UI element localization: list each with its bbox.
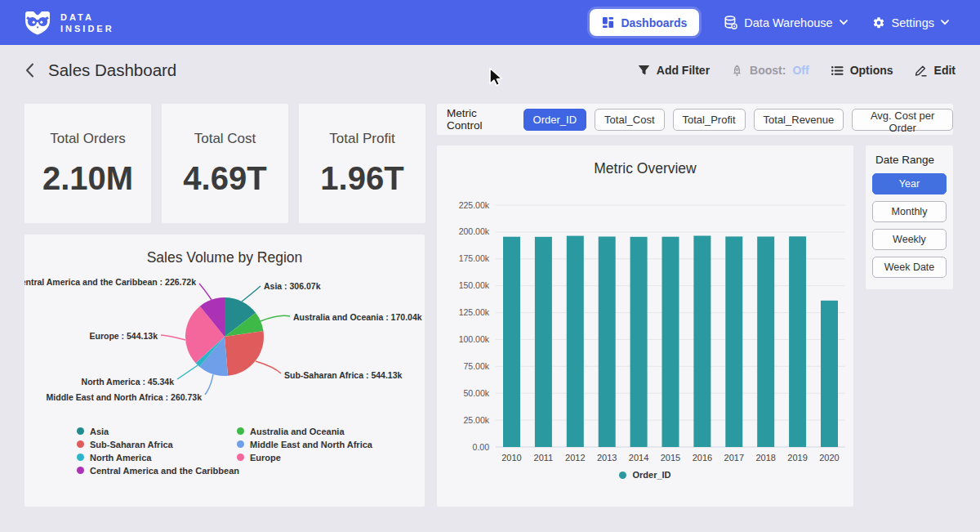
- bar-legend: Order_ID: [437, 470, 853, 480]
- pie-slice-label: Asia : 306.07k: [264, 281, 321, 291]
- pie-slice-sub-saharan-africa[interactable]: [225, 331, 264, 376]
- bar-2011[interactable]: [535, 237, 552, 447]
- brand-logo[interactable]: DATA INSIDER: [23, 9, 114, 37]
- kpi-label: Total Orders: [50, 131, 126, 147]
- filter-icon: [638, 65, 650, 76]
- legend-dot: [77, 427, 84, 435]
- pie-chart-card: Sales Volume by Region Asia : 306.07kAus…: [24, 235, 425, 507]
- x-axis-tick: 2012: [565, 453, 585, 463]
- legend-item-north-america[interactable]: North America: [77, 452, 237, 463]
- owl-logo-icon: [23, 9, 52, 37]
- bar-2015[interactable]: [662, 237, 679, 447]
- legend-dot: [237, 454, 244, 461]
- gear-icon: [872, 16, 885, 29]
- x-axis-tick: 2020: [819, 453, 839, 463]
- legend-item-australia-and-oceania[interactable]: Australia and Oceania: [237, 426, 425, 436]
- kpi-value: 1.96T: [320, 160, 403, 197]
- options-button[interactable]: Options: [831, 64, 893, 77]
- legend-item-central-america-and-the-caribbean[interactable]: Central America and the Caribbean: [77, 465, 237, 476]
- bar-2014[interactable]: [630, 237, 648, 447]
- legend-label: Middle East and North Africa: [250, 440, 372, 449]
- boost-toggle[interactable]: Boost: Off: [731, 64, 809, 77]
- bar-2018[interactable]: [757, 237, 774, 448]
- pie-label-line: [199, 284, 212, 300]
- bar-2012[interactable]: [567, 236, 584, 447]
- date-range-panel: Date Range YearMonthlyWeeklyWeek Date: [866, 145, 953, 289]
- legend-dot: [77, 440, 84, 448]
- chevron-down-icon: [840, 20, 848, 25]
- pie-label-line: [261, 315, 290, 321]
- legend-item-asia[interactable]: Asia: [77, 426, 237, 436]
- legend-label: Central America and the Caribbean: [90, 466, 239, 476]
- y-axis-tick: 100.00k: [459, 334, 490, 344]
- dashboards-button[interactable]: Dashboards: [590, 9, 699, 36]
- y-axis-tick: 200.00k: [459, 226, 490, 236]
- y-axis-tick: 125.00k: [459, 307, 490, 317]
- pie-label-line: [242, 286, 261, 302]
- legend-label: Sub-Saharan Africa: [90, 440, 173, 449]
- metric-option-avg-cost-per-order[interactable]: Avg. Cost per Order: [852, 109, 953, 131]
- settings-menu[interactable]: Settings: [872, 16, 949, 29]
- date-range-option-week-date[interactable]: Week Date: [872, 257, 947, 278]
- x-axis-tick: 2015: [661, 453, 680, 463]
- date-range-option-weekly[interactable]: Weekly: [872, 229, 947, 250]
- metric-control-bar: Metric Control Order_IDTotal_CostTotal_P…: [437, 104, 953, 135]
- pie-legend: AsiaAustralia and OceaniaSub-Saharan Afr…: [77, 426, 425, 476]
- metric-option-total-profit[interactable]: Total_Profit: [673, 109, 746, 131]
- y-axis-tick: 175.00k: [459, 253, 490, 263]
- bar-legend-label: Order_ID: [632, 470, 670, 480]
- dashboard-grid-icon: [602, 16, 614, 29]
- pie-slice-label: North America : 45.34k: [82, 377, 175, 387]
- x-axis-tick: 2018: [755, 453, 775, 463]
- kpi-label: Total Cost: [194, 131, 256, 147]
- kpi-value: 2.10M: [42, 160, 133, 197]
- pie-slice-label: Europe : 544.13k: [90, 331, 158, 341]
- legend-item-sub-saharan-africa[interactable]: Sub-Saharan Africa: [77, 439, 237, 449]
- pie-label-line: [256, 361, 281, 373]
- metric-control-label: Metric Control: [447, 107, 514, 132]
- pie-slice-label: Middle East and North Africa : 260.73k: [47, 392, 203, 402]
- legend-item-europe[interactable]: Europe: [237, 452, 425, 463]
- bar-2016[interactable]: [693, 236, 710, 448]
- bar-chart-title: Metric Overview: [437, 145, 853, 177]
- pie-slice-label: Central America and the Caribbean : 226.…: [24, 277, 196, 287]
- metric-option-order-id[interactable]: Order_ID: [523, 109, 586, 131]
- x-axis-tick: 2011: [534, 453, 554, 463]
- pie-label-line: [161, 335, 185, 340]
- bar-2020[interactable]: [821, 301, 838, 447]
- pencil-icon: [915, 64, 928, 77]
- pie-slice-label: Australia and Oceania : 170.04k: [293, 312, 422, 322]
- bar-2017[interactable]: [725, 236, 742, 447]
- date-range-option-monthly[interactable]: Monthly: [872, 201, 947, 222]
- kpi-label: Total Profit: [329, 131, 394, 147]
- bar-chart[interactable]: 0.0025.00k50.00k75.00k100.00k125.00k150.…: [437, 182, 853, 468]
- bar-legend-dot: [619, 472, 626, 479]
- x-axis-tick: 2013: [597, 453, 617, 463]
- x-axis-tick: 2017: [724, 453, 744, 463]
- y-axis-tick: 0.00: [473, 442, 490, 452]
- add-filter-button[interactable]: Add Filter: [638, 64, 710, 77]
- legend-label: Europe: [250, 453, 281, 463]
- pie-chart[interactable]: Asia : 306.07kAustralia and Oceania : 17…: [24, 271, 425, 422]
- legend-item-middle-east-and-north-africa[interactable]: Middle East and North Africa: [237, 439, 425, 449]
- legend-dot: [237, 427, 244, 435]
- list-icon: [831, 65, 844, 77]
- date-range-option-year[interactable]: Year: [872, 173, 947, 194]
- kpi-value: 4.69T: [183, 160, 266, 197]
- metric-option-total-revenue[interactable]: Total_Revenue: [754, 109, 844, 131]
- metric-option-total-cost[interactable]: Total_Cost: [595, 109, 664, 131]
- rocket-icon: [731, 65, 743, 77]
- bar-2010[interactable]: [503, 237, 520, 447]
- x-axis-tick: 2014: [629, 453, 648, 463]
- data-warehouse-menu[interactable]: Data Warehouse: [724, 16, 847, 29]
- bar-2013[interactable]: [599, 237, 616, 448]
- bar-2019[interactable]: [789, 236, 806, 447]
- pie-label-line: [205, 374, 213, 395]
- back-button[interactable]: [24, 62, 35, 78]
- pie-slice-label: Sub-Saharan Africa : 544.13k: [284, 370, 402, 380]
- y-axis-tick: 150.00k: [459, 280, 490, 290]
- legend-dot: [77, 467, 84, 474]
- page-title: Sales Dashboard: [48, 60, 176, 80]
- kpi-card-total-profit: Total Profit1.96T: [299, 104, 425, 223]
- edit-button[interactable]: Edit: [915, 64, 956, 77]
